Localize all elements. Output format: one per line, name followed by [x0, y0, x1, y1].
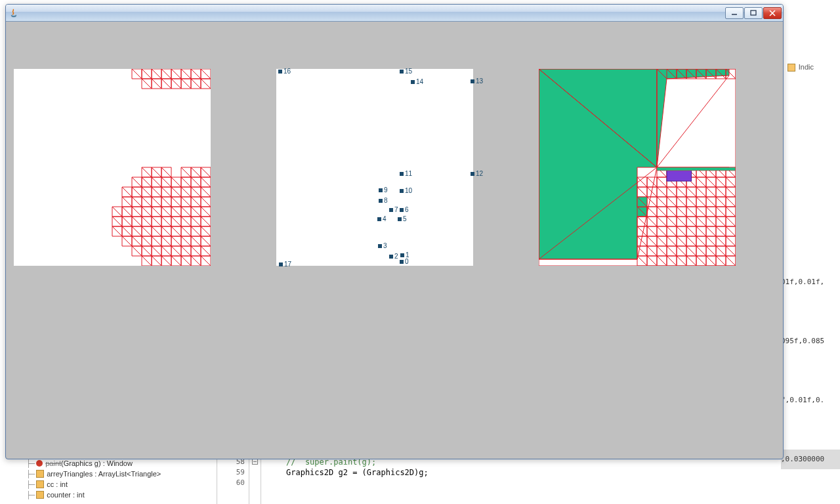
close-button[interactable]: [763, 7, 782, 19]
ide-right-code: 01f,0.01f, 095f,0.085 f,0.01f,0. ,0.0300…: [781, 62, 840, 504]
svg-line-8: [657, 75, 729, 167]
graph-node: 16: [278, 68, 291, 75]
graph-node: 9: [379, 186, 388, 194]
graph-node: 8: [379, 197, 388, 204]
graph-node: 10: [400, 187, 412, 194]
outline-item[interactable]: ├─ counter : int: [26, 490, 217, 500]
panel-nodes: 01234567891011121314151617: [276, 69, 473, 266]
graph-node: 13: [471, 77, 483, 85]
line-gutter: 58 59 60: [217, 457, 249, 504]
line-number: 59: [217, 467, 245, 478]
outline-label: arreyTriangles : ArrayList<Triangle>: [47, 470, 161, 478]
graph-node: 1: [400, 251, 410, 259]
outline-label: paint(Graphics g) : Window: [45, 459, 133, 467]
field-icon: [36, 491, 44, 499]
panel-filled: [539, 69, 736, 266]
svg-rect-14: [657, 167, 736, 171]
graph-node: 3: [378, 242, 387, 249]
outline-label: cc : int: [47, 480, 68, 488]
graph-node: 0: [400, 258, 409, 265]
graph-node: 12: [471, 170, 483, 177]
java-applet-window[interactable]: 01234567891011121314151617: [5, 4, 784, 459]
graph-node: 2: [389, 253, 398, 260]
graph-node: 6: [400, 206, 409, 213]
code-fragment: f,0.01f,0.: [781, 390, 840, 410]
ide-bottom-strip: ├─ paint(Graphics g) : Window ├─ arreyTr…: [0, 457, 840, 504]
graph-node: 7: [389, 206, 398, 213]
desktop: va ✕ Indic 01f,0.01f, 095f,0.085 f,0.01f…: [0, 0, 840, 504]
outline-view[interactable]: ├─ paint(Graphics g) : Window ├─ arreyTr…: [0, 457, 217, 504]
field-icon: [36, 470, 44, 478]
method-icon: [36, 460, 43, 467]
canvas-area: 01234567891011121314151617: [7, 23, 782, 457]
code-fragment: 01f,0.01f,: [781, 272, 840, 292]
graph-node: 15: [400, 68, 412, 75]
graph-node: 17: [279, 261, 291, 268]
window-controls: [725, 7, 782, 19]
svg-rect-13: [667, 169, 692, 181]
outline-item[interactable]: ├─ cc : int: [26, 479, 217, 490]
svg-rect-1: [751, 10, 756, 15]
fold-toggle-icon[interactable]: [252, 459, 258, 465]
code-editor[interactable]: // super.paint(g); Graphics2D g2 = (Grap…: [261, 457, 840, 504]
outline-item[interactable]: ├─ paint(Graphics g) : Window: [26, 458, 217, 469]
field-icon: [36, 480, 44, 488]
java-app-icon: [9, 8, 19, 18]
outline-label: counter : int: [47, 491, 84, 499]
line-number: 60: [217, 478, 245, 488]
code-line: Graphics2D g2 = (Graphics2D)g;: [286, 468, 429, 477]
graph-node: 11: [400, 170, 412, 177]
code-fragment: 095f,0.085: [781, 331, 840, 351]
outline-item[interactable]: ├─ arreyTriangles : ArrayList<Triangle>: [26, 469, 217, 479]
fold-gutter[interactable]: [249, 457, 261, 504]
graph-node: 5: [398, 215, 407, 222]
filled-svg: [539, 69, 736, 266]
panel-triangles: [14, 69, 211, 266]
triangles-svg: [14, 69, 211, 266]
minimize-button[interactable]: [725, 7, 744, 19]
graph-node: 4: [377, 215, 387, 222]
graph-node: 14: [411, 78, 423, 85]
window-titlebar[interactable]: [6, 5, 783, 22]
maximize-button[interactable]: [744, 7, 763, 19]
